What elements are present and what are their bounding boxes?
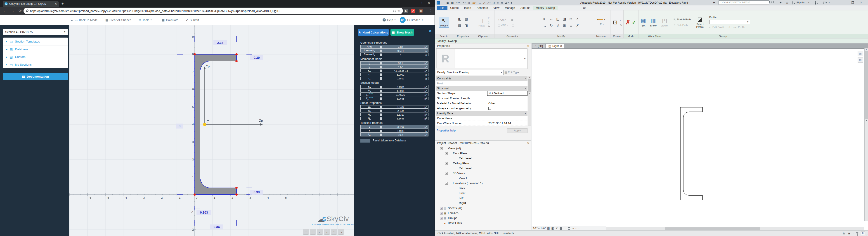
shield-extension-icon[interactable]: ✓ xyxy=(411,9,415,13)
cut-icon[interactable]: ✂ xyxy=(488,16,490,20)
extension-icon[interactable]: S xyxy=(404,9,408,13)
property-row[interactable]: Constraints » xyxy=(436,76,527,81)
mirror-pick-axis-icon[interactable]: ◫ xyxy=(555,16,561,22)
bookmark-star-icon[interactable]: ☆ xyxy=(397,9,400,13)
sign-in-button[interactable]: Sign In xyxy=(796,1,804,4)
vertical-scrollbar[interactable]: ▲▼ xyxy=(864,49,868,221)
forward-icon[interactable]: → xyxy=(11,9,14,13)
modify-tool-button[interactable]: ↖ Modify xyxy=(439,17,450,28)
revit-logo[interactable]: R xyxy=(437,1,440,4)
show-mesh-button[interactable]: ▦ Show Mesh xyxy=(391,29,414,36)
tree-expand-icon[interactable] xyxy=(445,172,448,175)
back-to-model-button[interactable]: ← ▭ Back To Model xyxy=(70,15,98,25)
type-selector[interactable]: R ▼ xyxy=(436,49,527,69)
info-icon[interactable]: i xyxy=(380,62,382,64)
help-menu-button[interactable]: ? Help ▾ xyxy=(382,15,396,25)
canvas-control-button[interactable]: → xyxy=(338,229,344,235)
align-icon[interactable]: ⇤ xyxy=(542,16,548,22)
sign-in-caret-icon[interactable]: ▾ xyxy=(808,2,809,4)
copy-icon[interactable]: ⇄ xyxy=(555,23,561,29)
ribbon-tab[interactable]: File xyxy=(437,6,447,10)
family-selector[interactable]: Family: Structural Framing ▾ xyxy=(436,70,503,75)
tab-close-icon[interactable]: ✕ xyxy=(55,2,57,5)
temporary-hide-isolate-icon[interactable]: ∞ xyxy=(572,227,574,230)
profile-dropdown[interactable]: ▼ xyxy=(709,20,750,24)
array-icon[interactable]: ⊞ xyxy=(562,23,567,29)
sketch-path-icon[interactable]: ✎ xyxy=(673,18,676,21)
info-icon[interactable]: i xyxy=(380,50,382,52)
info-icon[interactable]: i xyxy=(380,117,382,120)
select-profile-button[interactable]: ◪ Select Profile xyxy=(693,16,707,29)
aligned-dimension-icon[interactable]: ↔▾ xyxy=(478,1,482,4)
tree-expand-icon[interactable] xyxy=(440,217,443,219)
steering-wheel-icon[interactable]: ◎ xyxy=(858,51,863,56)
tree-item[interactable]: Ref. Level xyxy=(435,156,531,161)
apply-button[interactable]: Apply xyxy=(507,128,527,133)
property-row[interactable]: Always export as geometry » xyxy=(436,106,527,111)
filter-icon[interactable] xyxy=(856,232,859,234)
tree-item[interactable]: View 1 xyxy=(435,176,531,181)
redo-icon[interactable]: ↷▾ xyxy=(462,1,465,4)
centroid-point[interactable] xyxy=(203,123,206,126)
collapse-chevron-icon[interactable]: » xyxy=(524,78,526,78)
close-project-browser-icon[interactable]: ✕ xyxy=(527,141,530,145)
tree-item[interactable]: Ceiling Plans xyxy=(435,161,531,166)
tree-item[interactable]: Views (all) xyxy=(435,146,531,151)
browser-profile-avatar[interactable]: B xyxy=(419,9,423,13)
rotate-icon[interactable]: ↻ xyxy=(549,23,554,29)
worksets-icon[interactable]: ▤ xyxy=(843,232,845,235)
canvas-control-button[interactable]: + xyxy=(310,229,316,235)
ribbon-tab[interactable]: View xyxy=(491,6,502,10)
ribbon-tab[interactable]: Annotate xyxy=(474,6,491,10)
tree-item[interactable]: Right xyxy=(435,201,531,206)
help-caret-icon[interactable]: ▾ xyxy=(829,2,830,4)
close-icon[interactable]: ✕ xyxy=(860,1,862,4)
ribbon-tab[interactable]: Insert xyxy=(462,6,474,10)
clear-all-shapes-button[interactable]: ▤ Clear All Shapes xyxy=(105,15,131,25)
create-assembly-icon[interactable]: ◇ xyxy=(620,23,622,26)
tree-item[interactable]: Elevations (Elevation 1) xyxy=(435,181,531,186)
tree-expand-icon[interactable] xyxy=(440,212,443,214)
open-icon[interactable]: ▢▾ xyxy=(441,1,444,4)
tree-expand-icon[interactable] xyxy=(440,147,443,150)
finish-sweep-icon[interactable]: ✓ xyxy=(632,19,636,26)
section-selector[interactable]: Section 4 - C8x13.75 ▼ xyxy=(3,29,68,35)
sidebar-item[interactable]: ▶ ▤ Database xyxy=(3,45,68,53)
tree-expand-icon[interactable] xyxy=(440,207,443,209)
elevation-view[interactable]: ◎ ⊞ 1/2" = 1'-0" ▦ ◧ ☀ ▩ ▭ ◫ ∞ ◌ ‹ xyxy=(532,49,868,230)
match-properties-icon[interactable]: ◨ xyxy=(463,23,469,29)
type-selector-caret-icon[interactable]: ▼ xyxy=(524,58,526,60)
set-work-plane-button[interactable]: ▦Set xyxy=(640,17,647,27)
info-icon[interactable]: i xyxy=(380,93,382,96)
match-type-icon[interactable]: ✎ xyxy=(488,25,490,28)
reload-icon[interactable]: ⟳ xyxy=(19,9,22,13)
worksharing-icon[interactable]: ◧▾ xyxy=(451,1,454,4)
info-icon[interactable]: i xyxy=(380,73,382,76)
demolish-icon[interactable]: ▣ xyxy=(511,18,514,22)
measure-between-icon[interactable]: ↗ xyxy=(599,22,602,26)
measure-icon[interactable]: ▭▾ xyxy=(472,1,476,4)
lock-icon[interactable] xyxy=(26,11,28,12)
channel-profile-outline[interactable] xyxy=(680,107,703,200)
account-icon[interactable] xyxy=(792,1,793,4)
tree-expand-icon[interactable] xyxy=(445,162,448,165)
collapse-chevron-icon[interactable]: » xyxy=(524,88,526,88)
tools-menu-button[interactable]: ⚙ Tools ▾ xyxy=(138,15,152,25)
canvas-control-button[interactable]: − xyxy=(303,229,309,235)
view-tab[interactable]: ⌂ {3D} ✕ xyxy=(532,44,545,49)
pick-path-icon[interactable]: ↱ xyxy=(673,24,676,27)
design-options-icon[interactable]: ▣ xyxy=(848,232,850,235)
canvas-control-button[interactable]: ↓ xyxy=(324,229,330,235)
url-text[interactable]: https://platform.skyciv.com/structural?p… xyxy=(30,9,392,13)
edit-profile-icon[interactable]: ▱ xyxy=(709,25,712,29)
exchange-apps-icon[interactable]: ✦ xyxy=(779,1,782,4)
cancel-sweep-icon[interactable]: ✗ xyxy=(626,19,630,26)
info-icon[interactable]: i xyxy=(380,69,382,72)
sidebar-item[interactable]: ▶ ▤ Custom xyxy=(3,53,68,61)
tree-item[interactable]: Revit Links xyxy=(435,220,531,226)
close-properties-icon[interactable]: ✕ xyxy=(527,45,530,48)
viewbar-more-icon[interactable]: ‹ xyxy=(579,227,580,230)
minimize-icon[interactable]: — xyxy=(843,1,846,4)
ribbon-tab[interactable]: Create xyxy=(447,6,462,10)
move-icon[interactable]: ↔ xyxy=(542,23,548,29)
